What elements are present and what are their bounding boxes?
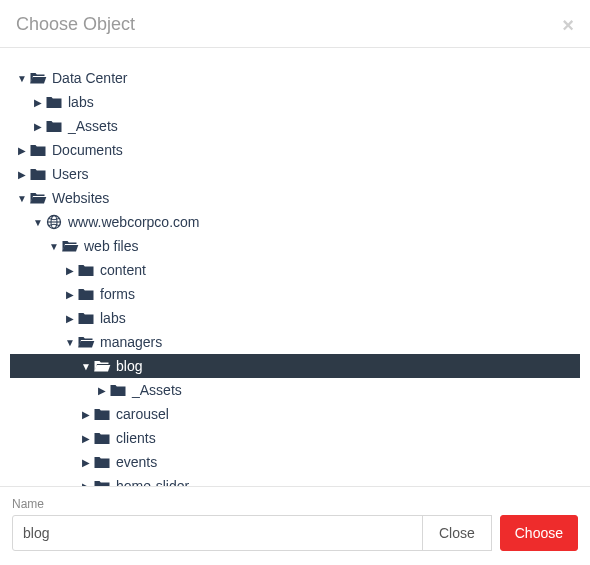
caret-right-icon[interactable]: ▶ [80, 409, 92, 420]
modal-title: Choose Object [16, 14, 135, 35]
tree-node-label: _Assets [68, 114, 118, 138]
tree-node-data_center[interactable]: ▼Data Center [10, 66, 580, 90]
name-input[interactable] [12, 515, 423, 551]
caret-right-icon[interactable]: ▶ [96, 385, 108, 396]
folder-icon [92, 432, 112, 445]
folder-icon [76, 264, 96, 277]
tree-node-label: Websites [52, 186, 109, 210]
caret-down-icon[interactable]: ▼ [80, 361, 92, 372]
tree-node-websites[interactable]: ▼Websites [10, 186, 580, 210]
folder-icon [28, 144, 48, 157]
tree-node-label: blog [116, 354, 142, 378]
tree-node-events[interactable]: ▶events [10, 450, 580, 474]
folder-open-icon [28, 71, 48, 85]
tree-node-webfiles[interactable]: ▼web files [10, 234, 580, 258]
caret-right-icon[interactable]: ▶ [64, 265, 76, 276]
caret-down-icon[interactable]: ▼ [16, 193, 28, 204]
tree-node-labs1[interactable]: ▶labs [10, 90, 580, 114]
folder-icon [76, 288, 96, 301]
tree-node-label: labs [68, 90, 94, 114]
choose-button[interactable]: Choose [500, 515, 578, 551]
close-button[interactable]: Close [422, 515, 492, 551]
tree-node-label: labs [100, 306, 126, 330]
tree-node-labs2[interactable]: ▶labs [10, 306, 580, 330]
tree-node-carousel[interactable]: ▶carousel [10, 402, 580, 426]
tree-node-label: home-slider [116, 474, 189, 486]
folder-icon [28, 168, 48, 181]
modal-footer: Name Close Choose [0, 486, 590, 565]
caret-right-icon[interactable]: ▶ [32, 97, 44, 108]
tree-node-blog[interactable]: ▼blog [10, 354, 580, 378]
caret-right-icon[interactable]: ▶ [80, 457, 92, 468]
modal-header: Choose Object × [0, 0, 590, 48]
folder-icon [92, 480, 112, 487]
folder-open-icon [60, 239, 80, 253]
folder-icon [108, 384, 128, 397]
folder-icon [44, 96, 64, 109]
caret-right-icon[interactable]: ▶ [32, 121, 44, 132]
tree-node-label: forms [100, 282, 135, 306]
caret-down-icon[interactable]: ▼ [32, 217, 44, 228]
caret-right-icon[interactable]: ▶ [16, 169, 28, 180]
tree-node-label: content [100, 258, 146, 282]
tree-node-label: events [116, 450, 157, 474]
caret-right-icon[interactable]: ▶ [64, 313, 76, 324]
tree-node-assets1[interactable]: ▶_Assets [10, 114, 580, 138]
folder-icon [76, 312, 96, 325]
caret-right-icon[interactable]: ▶ [64, 289, 76, 300]
tree-scroll-area[interactable]: ▼Data Center▶labs▶_Assets▶Documents▶User… [0, 48, 590, 486]
tree-node-label: managers [100, 330, 162, 354]
caret-right-icon[interactable]: ▶ [80, 433, 92, 444]
folder-icon [92, 408, 112, 421]
folder-icon [44, 120, 64, 133]
folder-open-icon [92, 359, 112, 373]
globe-icon [44, 214, 64, 230]
tree-node-label: web files [84, 234, 138, 258]
tree-node-documents[interactable]: ▶Documents [10, 138, 580, 162]
tree-node-label: _Assets [132, 378, 182, 402]
folder-tree: ▼Data Center▶labs▶_Assets▶Documents▶User… [10, 66, 580, 486]
footer-controls: Close Choose [12, 515, 578, 551]
choose-object-modal: Choose Object × ▼Data Center▶labs▶_Asset… [0, 0, 590, 565]
caret-down-icon[interactable]: ▼ [64, 337, 76, 348]
tree-node-users[interactable]: ▶Users [10, 162, 580, 186]
tree-node-label: www.webcorpco.com [68, 210, 200, 234]
tree-node-label: clients [116, 426, 156, 450]
tree-node-clients[interactable]: ▶clients [10, 426, 580, 450]
folder-open-icon [28, 191, 48, 205]
caret-right-icon[interactable]: ▶ [80, 481, 92, 487]
tree-node-label: Documents [52, 138, 123, 162]
tree-node-homeslider[interactable]: ▶home-slider [10, 474, 580, 486]
tree-node-label: Data Center [52, 66, 127, 90]
tree-node-site1[interactable]: ▼www.webcorpco.com [10, 210, 580, 234]
tree-node-managers[interactable]: ▼managers [10, 330, 580, 354]
caret-right-icon[interactable]: ▶ [16, 145, 28, 156]
tree-node-label: Users [52, 162, 89, 186]
caret-down-icon[interactable]: ▼ [48, 241, 60, 252]
folder-icon [92, 456, 112, 469]
caret-down-icon[interactable]: ▼ [16, 73, 28, 84]
folder-open-icon [76, 335, 96, 349]
tree-node-assets2[interactable]: ▶_Assets [10, 378, 580, 402]
tree-node-label: carousel [116, 402, 169, 426]
tree-node-content[interactable]: ▶content [10, 258, 580, 282]
close-icon[interactable]: × [562, 15, 574, 35]
name-label: Name [12, 497, 578, 511]
tree-node-forms[interactable]: ▶forms [10, 282, 580, 306]
